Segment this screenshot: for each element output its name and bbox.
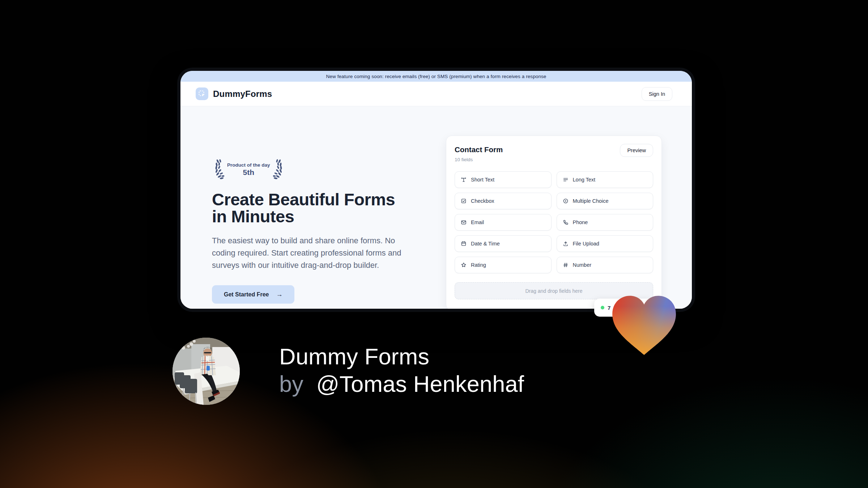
file-upload-icon	[562, 240, 569, 247]
hero-description: The easiest way to build and share onlin…	[212, 235, 420, 271]
arrow-right-icon: →	[276, 291, 282, 298]
award-text: Product of the day 5th	[227, 162, 270, 177]
caption-line1: Dummy Forms	[279, 343, 524, 370]
caption-line2: by @Tomas Henkenhaf	[279, 370, 524, 398]
hero-section: Product of the day 5th	[212, 158, 424, 304]
email-icon	[460, 219, 467, 226]
field-type-checkbox[interactable]: Checkbox	[455, 193, 552, 209]
announcement-text: New feature coming soon: receive emails …	[326, 74, 546, 79]
rating-icon	[460, 262, 467, 268]
announcement-banner[interactable]: New feature coming soon: receive emails …	[180, 71, 692, 82]
caption-handle	[310, 371, 316, 397]
browser-window: New feature coming soon: receive emails …	[177, 68, 695, 312]
long-text-icon	[562, 176, 569, 183]
brand-logo[interactable]: DummyForms	[196, 87, 272, 100]
field-type-label: Long Text	[573, 177, 596, 183]
field-type-number[interactable]: Number	[557, 257, 654, 273]
field-type-rating[interactable]: Rating	[455, 257, 552, 273]
caption-text: Dummy Forms by @Tomas Henkenhaf	[279, 343, 524, 398]
author-avatar	[173, 338, 240, 405]
phone-icon	[562, 219, 569, 226]
field-type-multiple-choice[interactable]: Multiple Choice	[557, 193, 654, 209]
dropzone-text: Drag and drop fields here	[526, 288, 583, 294]
laurel-left-icon	[212, 158, 224, 181]
field-type-phone[interactable]: Phone	[557, 214, 654, 231]
number-icon	[562, 262, 569, 268]
field-type-email[interactable]: Email	[455, 214, 552, 231]
site-body: Product of the day 5th	[180, 106, 692, 309]
get-started-button[interactable]: Get Started Free →	[212, 285, 294, 304]
field-type-label: Checkbox	[471, 198, 494, 204]
field-type-label: File Upload	[573, 241, 599, 247]
brand-name: DummyForms	[213, 89, 272, 99]
field-type-short-text[interactable]: Short Text	[455, 171, 552, 188]
site-header: DummyForms Sign In	[180, 82, 692, 106]
online-dot-icon	[601, 306, 604, 309]
field-type-long-text[interactable]: Long Text	[557, 171, 654, 188]
field-type-date-time[interactable]: Date & Time	[455, 235, 552, 252]
award-rank: 5th	[227, 168, 270, 177]
field-type-file-upload[interactable]: File Upload	[557, 235, 654, 252]
dummyforms-logo-icon	[196, 87, 208, 100]
field-type-label: Short Text	[471, 177, 494, 183]
sign-in-button[interactable]: Sign In	[642, 87, 672, 101]
checkbox-icon	[460, 198, 467, 204]
cta-label: Get Started Free	[224, 291, 269, 298]
hero-title: Create Beautiful Forms in Minutes	[212, 191, 407, 225]
product-of-the-day-badge: Product of the day 5th	[212, 158, 424, 181]
short-text-icon	[460, 176, 467, 183]
field-type-label: Rating	[471, 262, 486, 268]
preview-button[interactable]: Preview	[620, 144, 653, 157]
field-type-label: Number	[573, 262, 592, 268]
laurel-right-icon	[273, 158, 285, 181]
field-type-label: Phone	[573, 219, 588, 225]
form-field-count: 10 fields	[455, 157, 653, 162]
field-types-grid: Short TextLong TextCheckboxMultiple Choi…	[455, 171, 653, 273]
field-type-label: Date & Time	[471, 241, 500, 247]
date-time-icon	[460, 240, 467, 247]
field-type-label: Multiple Choice	[573, 198, 609, 204]
site-page: New feature coming soon: receive emails …	[180, 71, 692, 309]
gradient-heart-icon	[608, 291, 681, 361]
field-type-label: Email	[471, 219, 484, 225]
caption-author: @Tomas Henkenhaf	[316, 371, 524, 397]
form-builder-card: Contact Form 10 fields Preview Short Tex…	[446, 136, 662, 309]
multiple-choice-icon	[562, 198, 569, 204]
award-title: Product of the day	[227, 162, 270, 168]
caption-by: by	[279, 371, 303, 397]
